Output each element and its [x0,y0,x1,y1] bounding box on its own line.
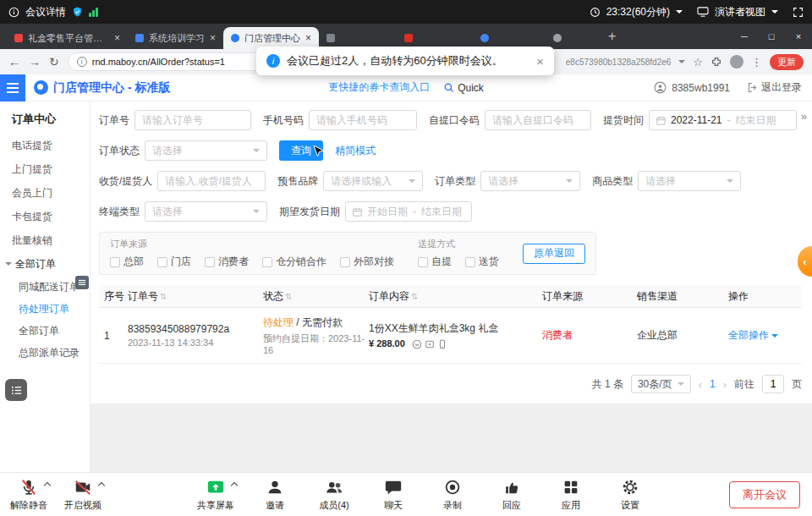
source-checkbox-hq[interactable]: 总部 [110,255,144,269]
unmute-button[interactable]: 解除静音 [10,477,47,512]
apps-button[interactable]: 应用 [552,477,590,512]
sidebar-item-hq-dispatch[interactable]: 总部派单记录 [0,342,90,364]
table-header: 序号 订单号⇅ 状态⇅ 订单内容⇅ 订单来源 销售渠道 操作 [99,285,802,308]
settings-button[interactable]: 设置 [612,477,649,512]
floating-list-button[interactable] [5,379,27,401]
goods-type-select[interactable]: 请选择 [638,171,741,191]
prev-page-button[interactable]: ‹ [699,378,702,391]
reload-button[interactable]: ↻ [49,56,59,68]
sort-icon[interactable]: ⇅ [160,292,167,301]
share-screen-button[interactable]: 共享屏幕 [197,477,234,512]
simple-mode-link[interactable]: 精简模式 [335,144,376,158]
sidebar-item-pending-orders[interactable]: 待处理订单 [0,298,90,320]
order-number[interactable]: 83859345088979792a [128,323,263,335]
extensions-puzzle-icon[interactable] [710,56,722,68]
mic-options-caret[interactable] [44,482,51,489]
return-order-button[interactable]: 原单退回 [523,244,585,264]
start-video-button[interactable]: 开启视频 [64,477,102,512]
source-checkbox-consumer[interactable]: 消费者 [205,255,249,269]
sidebar-item-all-orders[interactable]: 全部订单 [0,320,90,342]
site-info-icon[interactable]: i [77,57,87,67]
pickup-date-range[interactable]: 2022-11-21 - 结束日期 [649,110,797,130]
network-signal-icon[interactable] [89,8,98,17]
goto-page-input[interactable] [762,375,784,393]
members-button[interactable]: 成员(4) [315,477,353,512]
sidebar-section-title: 订单中心 [0,105,90,134]
back-button[interactable]: ← [8,56,20,68]
tab-close-icon[interactable]: × [305,33,311,43]
quick-search[interactable]: Quick [443,82,484,94]
video-options-caret[interactable] [98,482,105,489]
meeting-info-icon[interactable] [8,7,19,18]
username[interactable]: 8385wb1991 [672,82,730,94]
leave-meeting-button[interactable]: 离开会议 [729,481,800,508]
screen: 会议详情 23:32(60分钟) 演讲者视图 礼盒零售平台管理中心 × 系统培训… [0,0,812,516]
receiver-input[interactable] [157,171,266,191]
sidebar-item-card-pickup[interactable]: 卡包提货 [0,205,90,228]
browser-tab-1[interactable]: 系统培训学习 × [128,27,223,49]
sidebar-item-batch-verify[interactable]: 批量核销 [0,228,90,252]
share-options-caret[interactable] [231,482,238,489]
invite-button[interactable]: 邀请 [256,477,294,512]
extension-caret-icon[interactable] [678,60,685,67]
order-type-select[interactable]: 请选择 [480,171,580,191]
page-size-select[interactable]: 30条/页 [631,375,691,393]
window-close-button[interactable]: × [785,24,812,49]
source-checkbox-warehouse[interactable]: 仓分销合作 [262,255,326,269]
header-status[interactable]: 状态⇅ [263,289,369,304]
sort-icon[interactable]: ⇅ [285,292,292,301]
table-row: 1 83859345088979792a 2023-11-13 14:33:34… [99,308,802,364]
sidebar-group-all-orders[interactable]: 全部订单 [0,252,90,276]
coupon-query-link[interactable]: 更快捷的券卡查询入口 [328,80,430,95]
pickup-code-input[interactable] [485,110,591,130]
view-mode-caret-icon[interactable] [771,10,778,17]
sort-icon[interactable]: ⇅ [411,292,418,301]
forward-button[interactable]: → [29,56,41,68]
chat-button[interactable]: 聊天 [375,477,412,512]
header-order-no[interactable]: 订单号⇅ [128,289,263,304]
reactions-button[interactable]: 回应 [493,477,530,512]
sidebar-toggle-button[interactable] [0,74,25,102]
tab-close-icon[interactable]: × [114,33,120,43]
window-maximize-button[interactable]: □ [758,24,785,49]
extension-id-text: e8c573980b1328a258fd2e6 [566,58,672,67]
new-tab-button[interactable]: + [608,29,616,44]
all-actions-dropdown[interactable]: 全部操作 [728,328,802,343]
meeting-topbar: 会议详情 23:32(60分钟) 演讲者视图 [0,0,812,24]
source-checkbox-external[interactable]: 外部对接 [340,255,394,269]
browser-menu-icon[interactable]: ⋮ [751,57,762,68]
sidebar-pin-icon[interactable] [75,276,89,289]
browser-update-button[interactable]: 更新 [770,54,804,70]
brand-select[interactable]: 请选择或输入 [323,171,423,191]
meeting-title[interactable]: 会议详情 [25,5,66,19]
browser-profile-avatar[interactable] [730,55,743,69]
sidebar-item-member-visit[interactable]: 会员上门 [0,181,90,205]
header-content[interactable]: 订单内容⇅ [369,289,542,304]
delivery-checkbox-delivery[interactable]: 送货 [465,255,499,269]
source-checkbox-store[interactable]: 门店 [157,255,191,269]
record-button[interactable]: 录制 [434,477,471,512]
phone-input[interactable] [309,110,417,130]
tab-close-icon[interactable]: × [210,33,216,43]
delivery-checkbox-selfpickup[interactable]: 自提 [418,255,452,269]
fullscreen-icon[interactable] [793,7,804,18]
security-shield-icon[interactable] [72,6,83,18]
sidebar-item-phone-pickup[interactable]: 电话提货 [0,134,90,157]
delivery-method-label: 送提方式 [418,238,499,250]
panel-collapse-icon[interactable]: » [801,110,807,123]
brand-label: 预售品牌 [277,174,318,189]
expect-ship-range[interactable]: 开始日期 - 结束日期 [345,201,472,222]
sidebar-item-door-pickup[interactable]: 上门提货 [0,157,90,181]
logout-button[interactable]: 退出登录 [747,80,802,95]
order-no-input[interactable] [134,110,251,130]
toast-close-icon[interactable]: × [536,54,544,69]
order-status-select[interactable]: 请选择 [145,140,267,161]
window-minimize-button[interactable]: ─ [731,24,758,49]
page-number-1[interactable]: 1 [710,378,716,390]
timer-caret-icon[interactable] [676,10,683,17]
browser-tab-6[interactable] [546,27,600,49]
browser-tab-0[interactable]: 礼盒零售平台管理中心 × [7,27,128,49]
terminal-type-select[interactable]: 请选择 [145,201,267,222]
next-page-button[interactable]: › [723,378,727,391]
bookmark-star-icon[interactable]: ☆ [693,57,703,68]
